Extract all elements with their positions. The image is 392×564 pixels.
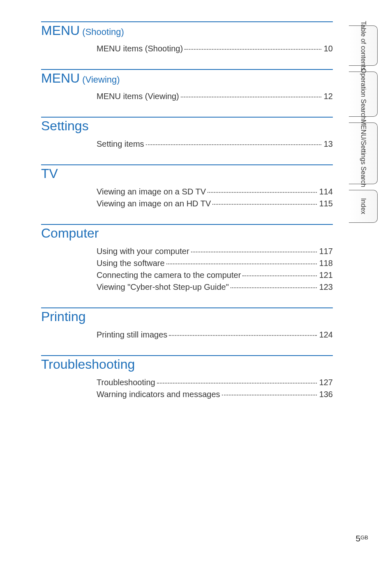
toc-section: MENU (Viewing)MENU items (Viewing)12 <box>41 69 333 101</box>
section-rule <box>41 69 333 70</box>
section-heading[interactable]: MENU (Shooting) <box>41 23 333 38</box>
section-heading-main: Computer <box>41 226 99 240</box>
toc-entry-page: 118 <box>318 259 333 268</box>
toc-entry-label: Viewing an image on an HD TV <box>97 199 211 208</box>
toc-dot-leader <box>184 49 321 50</box>
toc-entry[interactable]: Warning indicators and messages136 <box>97 390 333 399</box>
toc-entry[interactable]: Setting items13 <box>97 139 333 149</box>
section-rule <box>41 21 333 22</box>
toc-entry-label: Printing still images <box>97 330 167 340</box>
section-heading[interactable]: Computer <box>41 226 333 241</box>
sidebar-tab-label: MENU/Settings Search <box>359 120 367 187</box>
toc-entries: MENU items (Shooting)10 <box>41 44 333 53</box>
toc-entry-label: Warning indicators and messages <box>97 390 220 399</box>
toc-entry[interactable]: Using with your computer117 <box>97 247 333 256</box>
toc-entries: Setting items13 <box>41 139 333 149</box>
section-heading[interactable]: Printing <box>41 309 333 324</box>
page-number: 5 <box>356 534 361 543</box>
toc-entry[interactable]: MENU items (Viewing)12 <box>97 92 333 101</box>
toc-entry[interactable]: Viewing an image on a SD TV114 <box>97 187 333 196</box>
sidebar-tab-label: Index <box>359 198 367 214</box>
section-heading[interactable]: Troubleshooting <box>41 357 333 372</box>
section-heading[interactable]: Settings <box>41 118 333 134</box>
sidebar-tab[interactable]: Operation Search <box>349 72 378 117</box>
toc-entry-page: 12 <box>323 92 333 101</box>
toc-entry[interactable]: Connecting the camera to the computer121 <box>97 270 333 280</box>
toc-dot-leader <box>166 264 317 264</box>
toc-entries: MENU items (Viewing)12 <box>41 92 333 101</box>
sidebar-tab-label: Operation Search <box>359 68 367 120</box>
toc-dot-leader <box>208 192 317 193</box>
section-heading-main: TV <box>41 166 58 181</box>
section-rule <box>41 164 333 165</box>
section-heading-main: Troubleshooting <box>41 357 135 372</box>
toc-entry-label: Using the software <box>97 259 165 268</box>
toc-section: TVViewing an image on a SD TV114Viewing … <box>41 164 333 208</box>
toc-dot-leader <box>157 383 317 384</box>
section-heading-main: Settings <box>41 118 89 133</box>
toc-entries: Troubleshooting127Warning indicators and… <box>41 378 333 399</box>
toc-entry-label: Viewing "Cyber-shot Step-up Guide" <box>97 282 229 292</box>
section-rule <box>41 117 333 118</box>
toc-entry-page: 10 <box>323 44 333 53</box>
section-heading[interactable]: MENU (Viewing) <box>41 71 333 86</box>
sidebar-tab[interactable]: Index <box>349 190 378 223</box>
toc-entry-page: 121 <box>318 270 333 280</box>
toc-entry-label: Connecting the camera to the computer <box>97 270 241 280</box>
toc-dot-leader <box>191 252 317 252</box>
toc-section: ComputerUsing with your computer117Using… <box>41 224 333 292</box>
toc-entries: Printing still images124 <box>41 330 333 340</box>
toc-entry-page: 123 <box>318 282 333 292</box>
section-rule <box>41 307 333 308</box>
toc-entry[interactable]: Using the software118 <box>97 259 333 268</box>
section-rule <box>41 224 333 225</box>
section-heading[interactable]: TV <box>41 166 333 181</box>
toc-entry-label: Viewing an image on a SD TV <box>97 187 206 196</box>
sidebar-tab[interactable]: Table of contents <box>349 25 378 66</box>
toc-entry[interactable]: MENU items (Shooting)10 <box>97 44 333 53</box>
section-heading-main: Printing <box>41 309 86 324</box>
toc-entry-page: 124 <box>318 330 333 340</box>
toc-entry[interactable]: Troubleshooting127 <box>97 378 333 387</box>
page-footer: 5GB <box>356 534 368 543</box>
toc-section: SettingsSetting items13 <box>41 117 333 149</box>
section-heading-main: MENU <box>41 71 80 86</box>
sidebar-tab[interactable]: MENU/Settings Search <box>349 123 378 184</box>
toc-entry-page: 115 <box>318 199 333 208</box>
section-heading-sub: (Viewing) <box>80 74 120 85</box>
toc-entry-page: 136 <box>318 390 333 399</box>
toc-section: TroubleshootingTroubleshooting127Warning… <box>41 355 333 399</box>
section-heading-sub: (Shooting) <box>80 27 124 37</box>
toc-entry-page: 13 <box>323 139 333 149</box>
toc-dot-leader <box>231 287 317 288</box>
toc-entry-page: 127 <box>318 378 333 387</box>
toc-dot-leader <box>146 144 321 145</box>
toc-entry[interactable]: Viewing "Cyber-shot Step-up Guide"123 <box>97 282 333 292</box>
toc-dot-leader <box>212 204 316 205</box>
toc-entries: Using with your computer117Using the sof… <box>41 247 333 292</box>
section-heading-main: MENU <box>41 23 80 38</box>
toc-dot-leader <box>181 97 321 97</box>
toc-entry-page: 117 <box>318 247 333 256</box>
toc-section: PrintingPrinting still images124 <box>41 307 333 340</box>
toc-section: MENU (Shooting)MENU items (Shooting)10 <box>41 21 333 53</box>
toc-dot-leader <box>222 395 317 395</box>
toc-entry-label: MENU items (Shooting) <box>97 44 183 53</box>
toc-entry[interactable]: Printing still images124 <box>97 330 333 340</box>
toc-entry[interactable]: Viewing an image on an HD TV115 <box>97 199 333 208</box>
toc-entry-label: MENU items (Viewing) <box>97 92 179 101</box>
toc-entry-label: Using with your computer <box>97 247 189 256</box>
sidebar-tab-label: Table of contents <box>359 21 367 71</box>
toc-dot-leader <box>169 335 316 336</box>
region-code: GB <box>360 534 368 541</box>
toc-entries: Viewing an image on a SD TV114Viewing an… <box>41 187 333 208</box>
toc-dot-leader <box>242 275 316 276</box>
toc-entry-label: Troubleshooting <box>97 378 155 387</box>
toc-entry-page: 114 <box>318 187 333 196</box>
section-rule <box>41 355 333 356</box>
toc-entry-label: Setting items <box>97 139 144 149</box>
